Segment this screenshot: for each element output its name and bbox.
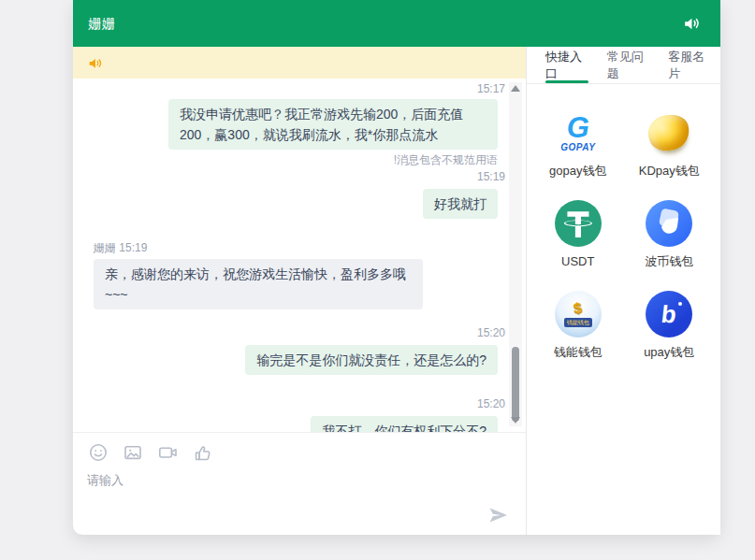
bobi-wallet-icon: [646, 200, 692, 247]
chat-column: 15:17 我没申请优惠吧？我正常游戏先输200，后面充值200，赢300，就说…: [73, 47, 526, 535]
scroll-down-arrow-icon[interactable]: [511, 417, 520, 424]
thumbs-up-button[interactable]: [191, 441, 213, 464]
chat-header: 姗姗: [73, 0, 720, 47]
usdt-tether-icon: [555, 200, 602, 247]
tab-quick-entry[interactable]: 快捷入口: [536, 47, 598, 83]
video-call-button[interactable]: [156, 441, 179, 464]
scrollbar-thumb[interactable]: [512, 347, 519, 422]
upay-monogram: b: [661, 302, 678, 326]
upay-wallet-icon: b: [646, 291, 692, 337]
tab-label: 常见问题: [607, 49, 650, 82]
wallet-label: KDpay钱包: [639, 164, 700, 179]
wallet-item-gopay[interactable]: G GOPAY gopay钱包: [533, 107, 623, 179]
sound-toggle-button[interactable]: [681, 13, 702, 34]
wallet-label: gopay钱包: [549, 164, 606, 179]
wallet-label: 波币钱包: [645, 254, 693, 269]
image-upload-button[interactable]: [122, 441, 144, 464]
wallet-item-bobi[interactable]: 波币钱包: [624, 197, 714, 269]
message-timestamp: 15:19: [94, 170, 505, 183]
wallet-item-upay[interactable]: b upay钱包: [624, 288, 714, 360]
image-icon: [123, 442, 143, 463]
tab-agent-card[interactable]: 客服名片: [659, 47, 720, 83]
tab-label: 客服名片: [668, 49, 711, 82]
sidebar: 快捷入口 常见问题 客服名片 G GOPAY g: [526, 47, 720, 535]
sidebar-tabs: 快捷入口 常见问题 客服名片: [527, 47, 720, 84]
wallet-label: 钱能钱包: [554, 345, 603, 360]
thumbs-up-icon: [192, 442, 212, 463]
message-list: 15:17 我没申请优惠吧？我正常游戏先输200，后面充值200，赢300，就说…: [73, 79, 526, 432]
outgoing-message-bubble: 输完是不是你们就没责任，还是怎么的?: [245, 345, 498, 375]
page-background: 姗姗 15:17: [0, 0, 755, 560]
message-row: 输完是不是你们就没责任，还是怎么的?: [94, 345, 498, 375]
speaker-icon: [682, 14, 701, 33]
agent-name-timestamp: 姗姗 15:19: [94, 241, 498, 254]
composer-toolbar: [87, 441, 512, 464]
message-row: 好我就打: [94, 189, 498, 219]
qianneng-badge: 钱能钱包: [564, 318, 592, 327]
emoji-button[interactable]: [87, 441, 109, 464]
message-input[interactable]: 请输入: [87, 472, 512, 489]
composer: 请输入: [73, 432, 526, 535]
message-row: 我没申请优惠吧？我正常游戏先输200，后面充值200，赢300，就说我刷流水，我…: [94, 99, 498, 150]
gopay-wordmark: GOPAY: [560, 142, 595, 152]
message-timestamp: 15:20: [94, 397, 505, 410]
scroll-up-arrow-icon[interactable]: [511, 85, 520, 92]
message-timestamp: 15:20: [94, 326, 505, 339]
outgoing-message-bubble: 我没申请优惠吧？我正常游戏先输200，后面充值200，赢300，就说我刷流水，我…: [168, 99, 498, 150]
announcement-bar: [73, 47, 526, 79]
wallet-label: upay钱包: [644, 345, 694, 360]
wallet-label: USDT: [561, 254, 594, 269]
kdpay-gold-bean-icon: [644, 109, 694, 156]
qianneng-wallet-icon: $ 钱能钱包: [555, 291, 602, 337]
outgoing-message-bubble: 好我就打: [423, 189, 498, 219]
tab-faq[interactable]: 常见问题: [598, 47, 660, 83]
chat-scrollbar[interactable]: [509, 82, 522, 426]
wallet-item-kdpay[interactable]: KDpay钱包: [624, 107, 714, 179]
message-row: 亲，感谢您的来访，祝您游戏生活愉快，盈利多多哦~~~: [94, 259, 498, 309]
upay-dot: [678, 302, 682, 306]
video-camera-icon: [157, 442, 178, 463]
wallet-item-qianneng[interactable]: $ 钱能钱包 钱能钱包: [533, 288, 623, 360]
emoji-icon: [88, 442, 109, 463]
incoming-message-bubble: 亲，感谢您的来访，祝您游戏生活愉快，盈利多多哦~~~: [94, 259, 423, 309]
message-warning: !消息包含不规范用语: [94, 153, 498, 166]
announcement-speaker-icon: [87, 55, 103, 71]
widget-body: 15:17 我没申请优惠吧？我正常游戏先输200，后面充值200，赢300，就说…: [73, 47, 720, 535]
gopay-logo-icon: G GOPAY: [560, 107, 595, 159]
qianneng-dollar-glyph: $: [573, 300, 583, 316]
tab-label: 快捷入口: [545, 49, 588, 82]
message-row: 我不打，你们有权利下分不?: [94, 416, 498, 432]
chat-widget: 姗姗 15:17: [73, 0, 720, 535]
send-button[interactable]: [486, 504, 509, 526]
chat-title: 姗姗: [88, 15, 115, 33]
outgoing-message-bubble: 我不打，你们有权利下分不?: [311, 416, 498, 432]
wallet-item-usdt[interactable]: USDT: [533, 197, 623, 269]
message-timestamp: 15:17: [94, 82, 505, 95]
send-icon: [487, 505, 508, 525]
gopay-monogram: G: [567, 114, 589, 142]
wallet-grid: G GOPAY gopay钱包 KDpay钱包: [527, 84, 720, 360]
